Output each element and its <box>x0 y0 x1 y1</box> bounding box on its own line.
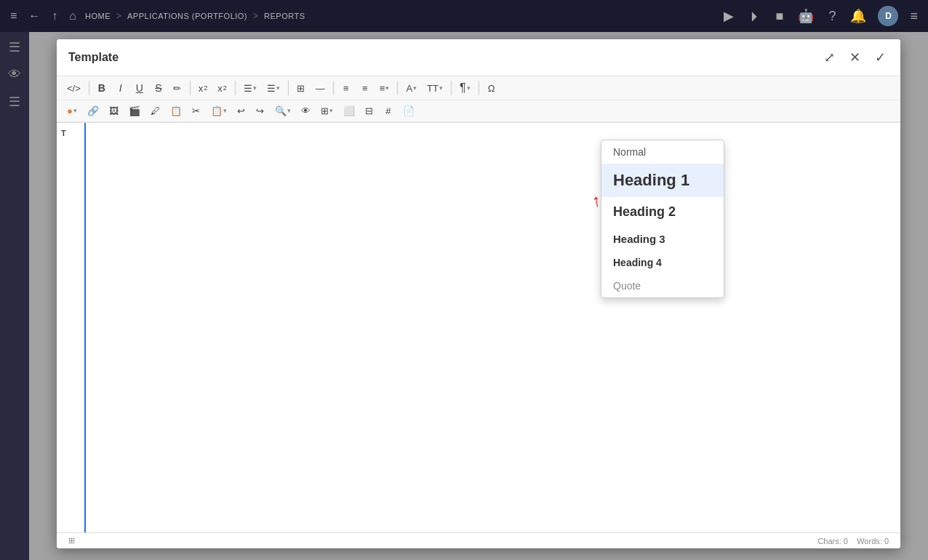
redo-button[interactable]: ↪ <box>252 103 269 119</box>
toolbar-row-1: </> B I U S ✏ x2 x2 ☰▾ ☰▾ ⊞ <box>57 76 900 100</box>
image-button[interactable]: 🖼 <box>105 103 123 119</box>
table-button[interactable]: ⊞ <box>292 81 310 96</box>
dropdown-heading1[interactable]: Heading 1 <box>601 164 724 197</box>
help-icon[interactable]: ? <box>825 6 839 27</box>
editor-statusbar: ⊞ Chars: 0 Words: 0 <box>57 532 900 548</box>
menu-icon[interactable]: ≡ <box>7 7 20 25</box>
robot-icon[interactable]: 🤖 <box>795 5 817 27</box>
left-sidebar: ☰ 👁 ☰ <box>0 32 29 560</box>
home-link[interactable]: HOME <box>85 12 111 20</box>
tb-sep-3 <box>235 81 236 95</box>
paste-button[interactable]: 📋▾ <box>207 103 231 119</box>
nav-sep-2: > <box>253 11 258 21</box>
up-icon[interactable]: ↑ <box>49 7 60 25</box>
doc-button[interactable]: 📄 <box>399 103 419 119</box>
align-button[interactable]: ≡▾ <box>375 81 394 96</box>
editor-left-bar: T <box>57 123 86 532</box>
unordered-list-button[interactable]: ☰▾ <box>239 81 261 96</box>
modal-dialog: Template ⤢ ✕ ✓ </> B I U S <box>57 39 900 548</box>
fullscreen-editor-button[interactable]: ⬜ <box>339 103 359 119</box>
nav-sep-1: > <box>116 11 121 21</box>
format-button[interactable]: 🖊 <box>146 103 164 119</box>
align-center-button[interactable]: ≡ <box>356 81 374 96</box>
ordered-list-button[interactable]: ☰▾ <box>263 81 284 96</box>
source-button[interactable]: </> <box>63 81 85 96</box>
search-button[interactable]: 🔍▾ <box>271 103 295 119</box>
confirm-button[interactable]: ✓ <box>872 49 889 65</box>
italic-button[interactable]: I <box>112 80 129 96</box>
tab-label: T <box>57 123 84 143</box>
dropdown-quote[interactable]: Quote <box>601 274 724 297</box>
top-nav: ≡ ← ↑ ⌂ HOME > APPLICATIONS (PORTFOLIO) … <box>0 0 928 32</box>
avatar[interactable]: D <box>878 6 898 26</box>
editor-text-area[interactable] <box>86 123 900 532</box>
char-word-count: Chars: 0 Words: 0 <box>817 537 889 545</box>
reports-link[interactable]: REPORTS <box>264 12 305 20</box>
hash-button[interactable]: # <box>380 103 397 119</box>
paragraph-style-button[interactable]: ¶▾ <box>455 79 475 97</box>
home-icon[interactable]: ⌂ <box>66 7 79 25</box>
preview-button[interactable]: 👁 <box>297 103 315 119</box>
chars-count: Chars: 0 <box>817 537 848 545</box>
table-icon: ⊞ <box>68 536 75 545</box>
tb-sep-4 <box>288 81 289 95</box>
tb-sep-7 <box>451 81 452 95</box>
editor-toolbar: </> B I U S ✏ x2 x2 ☰▾ ☰▾ ⊞ <box>57 76 900 123</box>
sidebar-eye-icon[interactable]: 👁 <box>8 67 21 82</box>
bold-button[interactable]: B <box>93 80 111 96</box>
back-icon[interactable]: ← <box>25 7 43 25</box>
strikethrough-button[interactable]: S <box>150 80 167 96</box>
copy-button[interactable]: 📋 <box>166 103 186 119</box>
layout-button[interactable]: ⊞▾ <box>316 103 337 119</box>
top-nav-right: ▶ ⏵ ■ 🤖 ? 🔔 D ≡ <box>721 5 921 27</box>
modal-title: Template <box>68 51 119 64</box>
tb-sep-5 <box>333 81 334 95</box>
special-char-button[interactable]: Ω <box>483 81 500 96</box>
tb-sep-2 <box>190 81 191 95</box>
font-color-button[interactable]: A▾ <box>401 81 421 96</box>
dropdown-normal[interactable]: Normal <box>601 140 724 164</box>
modal-overlay: Template ⤢ ✕ ✓ </> B I U S <box>29 32 928 560</box>
hr-button[interactable]: — <box>311 81 329 96</box>
dropdown-heading3[interactable]: Heading 3 <box>601 227 724 251</box>
main-area: ☰ 👁 ☰ Template ⤢ ✕ ✓ </> <box>0 32 928 560</box>
video-button[interactable]: 🎬 <box>124 103 145 119</box>
highlight-button[interactable]: ✏ <box>169 81 186 96</box>
subscript-button[interactable]: x2 <box>213 81 231 96</box>
play2-icon[interactable]: ⏵ <box>745 6 764 27</box>
editor-content[interactable]: T <box>57 123 900 532</box>
tb-sep-6 <box>397 81 398 95</box>
play-icon[interactable]: ▶ <box>721 5 737 27</box>
superscript-button[interactable]: x2 <box>194 81 212 96</box>
font-size-button[interactable]: TT▾ <box>423 81 447 96</box>
sidebar-menu-icon[interactable]: ☰ <box>9 39 20 55</box>
words-count: Words: 0 <box>857 537 889 545</box>
content-area: Template ⤢ ✕ ✓ </> B I U S <box>29 32 928 560</box>
undo-button[interactable]: ↩ <box>233 103 250 119</box>
nav-menu2-icon[interactable]: ≡ <box>907 6 921 27</box>
underline-button[interactable]: U <box>131 80 148 96</box>
cut-button[interactable]: ✂ <box>188 103 205 119</box>
sidebar-list-icon[interactable]: ☰ <box>9 94 20 110</box>
modal-header-actions: ⤢ ✕ ✓ <box>821 49 889 65</box>
color-picker-button[interactable]: ●▾ <box>63 103 81 119</box>
stop-icon[interactable]: ■ <box>773 6 787 27</box>
align-left-button[interactable]: ≡ <box>337 81 355 96</box>
close-button[interactable]: ✕ <box>847 49 863 65</box>
tb-sep-1 <box>89 81 89 95</box>
tb-sep-8 <box>479 81 479 95</box>
split-button[interactable]: ⊟ <box>361 103 378 119</box>
modal-header: Template ⤢ ✕ ✓ <box>57 39 900 76</box>
paragraph-dropdown: Normal Heading 1 Heading 2 Heading 3 Hea… <box>601 140 724 298</box>
toolbar-row-2: ●▾ 🔗 🖼 🎬 🖊 📋 ✂ 📋▾ ↩ ↪ 🔍▾ 👁 ⊞▾ ⬜ <box>57 100 900 122</box>
link-button[interactable]: 🔗 <box>83 103 103 119</box>
expand-button[interactable]: ⤢ <box>821 49 838 65</box>
applications-link[interactable]: APPLICATIONS (PORTFOLIO) <box>127 12 247 20</box>
dropdown-heading2[interactable]: Heading 2 <box>601 197 724 227</box>
dropdown-heading4[interactable]: Heading 4 <box>601 251 724 274</box>
bell-icon[interactable]: 🔔 <box>847 5 869 27</box>
